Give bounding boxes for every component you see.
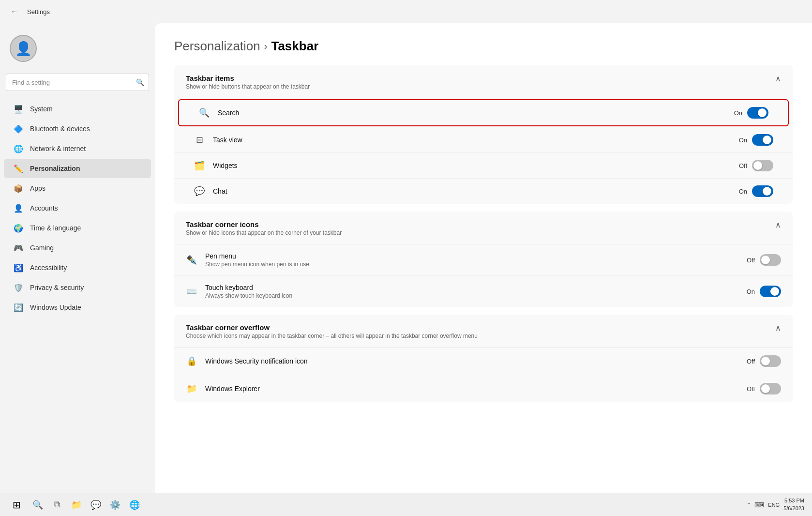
tray-date: 5/6/2023 <box>783 505 804 512</box>
apps-icon: 📦 <box>14 183 23 193</box>
section-subtitle: Show or hide buttons that appear on the … <box>186 83 310 90</box>
toggle-chat[interactable] <box>752 185 773 197</box>
privacy-icon: 🛡️ <box>14 283 23 292</box>
sidebar-item-privacy[interactable]: 🛡️ Privacy & security <box>4 278 151 297</box>
search-state: On <box>734 109 742 117</box>
winexplorer-control: Off <box>747 383 781 395</box>
sidebar-item-label-system: System <box>30 105 53 113</box>
section-corner-icons: Taskbar corner icons Show or hide icons … <box>174 212 793 307</box>
sidebar-item-personalization[interactable]: ✏️ Personalization <box>4 159 151 178</box>
sidebar-item-bluetooth[interactable]: 🔷 Bluetooth & devices <box>4 119 151 138</box>
breadcrumb-separator: › <box>264 41 268 52</box>
search-name: Search <box>218 109 239 117</box>
sidebar-item-label-accessibility: Accessibility <box>30 264 67 272</box>
sidebar-item-apps[interactable]: 📦 Apps <box>4 179 151 198</box>
breadcrumb: Personalization › Taskbar <box>174 39 793 54</box>
tray-language: ENG <box>768 502 780 508</box>
taskview-control: On <box>739 134 773 146</box>
taskbar-time: 5:53 PM 5/6/2023 <box>783 497 804 512</box>
tray-chevron[interactable]: ⌃ <box>747 502 751 507</box>
section-header-text-corner: Taskbar corner icons Show or hide icons … <box>186 220 342 236</box>
penmenu-name: Pen menu <box>205 252 739 260</box>
sidebar-item-time[interactable]: 🌍 Time & language <box>4 218 151 238</box>
touchkeyboard-info: Touch keyboard Always show touch keyboar… <box>205 284 739 299</box>
section-collapse-button[interactable]: ∧ <box>775 74 781 83</box>
user-profile[interactable]: 👤 <box>0 27 155 74</box>
taskbar-taskview-button[interactable]: ⧉ <box>48 496 66 514</box>
toggle-touchkeyboard[interactable] <box>760 286 781 297</box>
sidebar: 👤 🔍 🖥️ System 🔷 Bluetooth & devices 🌐 Ne… <box>0 23 155 493</box>
main-layout: 👤 🔍 🖥️ System 🔷 Bluetooth & devices 🌐 Ne… <box>0 23 812 493</box>
sidebar-item-label-personalization: Personalization <box>30 165 80 172</box>
taskbar-tray: ⌃ ⌨ ENG 5:53 PM 5/6/2023 <box>747 497 804 512</box>
setting-row-touchkeyboard: ⌨️ Touch keyboard Always show touch keyb… <box>174 276 793 307</box>
sidebar-item-label-update: Windows Update <box>30 304 81 311</box>
taskbar-globe-button[interactable]: 🌐 <box>126 496 143 514</box>
chat-icon: 💬 <box>194 185 205 197</box>
section-header-corner-overflow: Taskbar corner overflow Choose which ico… <box>174 315 793 348</box>
setting-row-search: 🔍 Search On <box>178 99 789 126</box>
sidebar-item-network[interactable]: 🌐 Network & internet <box>4 139 151 158</box>
sidebar-item-accessibility[interactable]: ♿ Accessibility <box>4 258 151 277</box>
taskbar-chat-button[interactable]: 💬 <box>87 496 105 514</box>
section-overflow-collapse-button[interactable]: ∧ <box>775 323 781 333</box>
section-header-corner-icons: Taskbar corner icons Show or hide icons … <box>174 212 793 244</box>
section-corner-subtitle: Show or hide icons that appear on the co… <box>186 229 342 236</box>
sidebar-item-label-gaming: Gaming <box>30 244 54 252</box>
sidebar-item-gaming[interactable]: 🎮 Gaming <box>4 238 151 258</box>
time-icon: 🌍 <box>14 223 23 233</box>
penmenu-control: Off <box>747 254 781 266</box>
touchkeyboard-desc: Always show touch keyboard icon <box>205 292 739 299</box>
winexplorer-name: Windows Explorer <box>205 385 739 393</box>
back-button[interactable]: ← <box>8 5 21 18</box>
winsecurity-info: Windows Security notification icon <box>205 357 739 365</box>
taskview-name: Task view <box>213 136 242 144</box>
sidebar-item-label-time: Time & language <box>30 224 81 232</box>
toggle-taskview[interactable] <box>752 134 773 146</box>
accessibility-icon: ♿ <box>14 263 23 273</box>
section-taskbar-items: Taskbar items Show or hide buttons that … <box>174 65 793 204</box>
setting-row-winsecurity: 🔒 Windows Security notification icon Off <box>174 348 793 375</box>
sidebar-item-update[interactable]: 🔄 Windows Update <box>4 298 151 317</box>
widgets-control: Off <box>739 160 773 171</box>
section-corner-title: Taskbar corner icons <box>186 220 342 228</box>
taskbar-explorer-button[interactable]: 📁 <box>68 496 85 514</box>
toggle-widgets[interactable] <box>752 160 773 171</box>
taskbar-icons: 🔍 ⧉ 📁 💬 ⚙️ 🌐 <box>29 496 143 514</box>
sidebar-item-accounts[interactable]: 👤 Accounts <box>4 198 151 218</box>
start-button[interactable]: ⊞ <box>8 496 25 514</box>
sidebar-item-system[interactable]: 🖥️ System <box>4 99 151 119</box>
search-icon: 🔍 <box>198 107 210 119</box>
winexplorer-icon: 📁 <box>186 383 197 395</box>
section-header-taskbar-items: Taskbar items Show or hide buttons that … <box>174 65 793 98</box>
search-control: On <box>734 107 768 119</box>
section-title: Taskbar items <box>186 74 310 82</box>
setting-row-widgets: 🗂️ Widgets Off <box>174 153 793 179</box>
search-icon: 🔍 <box>136 78 144 86</box>
content-area: Personalization › Taskbar Taskbar items … <box>155 23 812 493</box>
widgets-icon: 🗂️ <box>194 160 205 171</box>
sidebar-item-label-network: Network & internet <box>30 145 86 152</box>
corner-icons-list: ✒️ Pen menu Show pen menu icon when pen … <box>174 244 793 307</box>
toggle-winsecurity[interactable] <box>760 355 781 367</box>
penmenu-desc: Show pen menu icon when pen is in use <box>205 261 739 268</box>
accounts-icon: 👤 <box>14 203 23 213</box>
toggle-penmenu[interactable] <box>760 254 781 266</box>
section-header-text: Taskbar items Show or hide buttons that … <box>186 74 310 90</box>
setting-row-penmenu: ✒️ Pen menu Show pen menu icon when pen … <box>174 244 793 276</box>
toggle-search[interactable] <box>747 107 768 119</box>
chat-state: On <box>739 188 747 195</box>
network-icon: 🌐 <box>14 144 23 153</box>
search-input[interactable] <box>6 74 149 91</box>
taskbar-search-button[interactable]: 🔍 <box>29 496 46 514</box>
winexplorer-state: Off <box>747 385 755 393</box>
chat-name: Chat <box>213 187 227 195</box>
section-corner-collapse-button[interactable]: ∧ <box>775 220 781 229</box>
taskbar-settings-button[interactable]: ⚙️ <box>106 496 124 514</box>
sidebar-item-label-apps: Apps <box>30 184 45 192</box>
touchkeyboard-state: On <box>747 288 755 295</box>
system-icon: 🖥️ <box>14 104 23 114</box>
sidebar-item-label-accounts: Accounts <box>30 204 58 212</box>
toggle-winexplorer[interactable] <box>760 383 781 395</box>
setting-row-winexplorer: 📁 Windows Explorer Off <box>174 375 793 402</box>
